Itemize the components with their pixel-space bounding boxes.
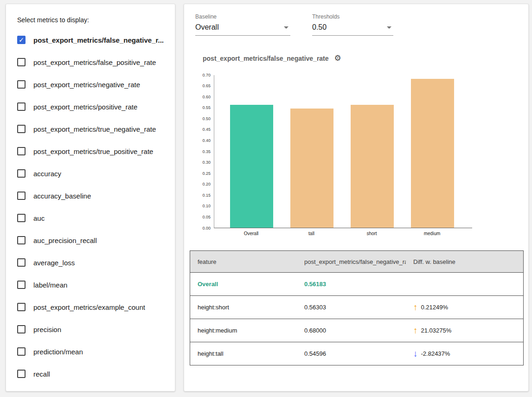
metric-label: post_export_metrics/negative_rate xyxy=(33,81,140,89)
x-axis-label: short xyxy=(350,231,393,236)
metric-item-post-export-metrics-negative-rate[interactable]: post_export_metrics/negative_rate xyxy=(17,73,167,96)
y-axis: 0.000.050.100.150.200.250.300.350.400.45… xyxy=(195,75,213,228)
metric-label: post_export_metrics/positive_rate xyxy=(33,103,137,111)
feature-cell: height:tall xyxy=(190,350,297,357)
feature-cell: height:medium xyxy=(190,327,297,334)
metric-item-auc-precision-recall[interactable]: auc_precision_recall xyxy=(17,229,167,251)
metric-label: accuracy_baseline xyxy=(33,192,91,200)
thresholds-label: Thresholds xyxy=(312,13,393,20)
bar-overall[interactable] xyxy=(230,105,273,228)
thresholds-select[interactable]: Thresholds 0.50 xyxy=(312,13,393,36)
checkbox-unchecked[interactable] xyxy=(17,102,26,111)
bar-medium[interactable] xyxy=(411,79,454,228)
bar-tall[interactable] xyxy=(290,109,333,228)
metric-label: prediction/mean xyxy=(33,348,83,356)
checkbox-unchecked[interactable] xyxy=(17,214,26,222)
checkbox-unchecked[interactable] xyxy=(17,192,26,200)
metric-item-prediction-mean[interactable]: prediction/mean xyxy=(17,340,167,363)
chevron-down-icon xyxy=(284,26,288,29)
metric-item-post-export-metrics-true-positive-rate[interactable]: post_export_metrics/true_positive_rate xyxy=(17,140,167,162)
checkbox-unchecked[interactable] xyxy=(17,370,26,378)
baseline-value-row[interactable]: Overall xyxy=(195,23,290,36)
metric-item-accuracy[interactable]: accuracy xyxy=(17,162,167,185)
metric-label: post_export_metrics/example_count xyxy=(33,303,145,311)
table-row-height-short[interactable]: height:short0.56303↑0.21249% xyxy=(190,295,523,319)
checkbox-unchecked[interactable] xyxy=(17,80,26,89)
metric-label: auc_precision_recall xyxy=(33,237,97,244)
checkbox-unchecked[interactable] xyxy=(17,147,26,155)
y-tick-label: 0.30 xyxy=(202,160,211,165)
metric-label: post_export_metrics/false_negative_r... xyxy=(33,36,164,44)
checkbox-unchecked[interactable] xyxy=(17,258,26,267)
check-icon: ✓ xyxy=(19,37,24,43)
up-arrow-icon: ↑ xyxy=(413,326,418,335)
y-tick-label: 0.00 xyxy=(202,226,211,231)
table-row-height-tall[interactable]: height:tall0.54596↓-2.82437% xyxy=(190,342,523,365)
diff-value: 21.03275% xyxy=(421,327,452,334)
thresholds-value: 0.50 xyxy=(312,23,327,32)
metric-value-cell: 0.56183 xyxy=(297,281,406,288)
table-row-overall[interactable]: Overall0.56183 xyxy=(190,272,523,295)
y-tick-label: 0.55 xyxy=(202,106,211,110)
checkbox-unchecked[interactable] xyxy=(17,169,26,178)
feature-cell: Overall xyxy=(190,281,297,288)
baseline-value: Overall xyxy=(195,23,219,32)
diff-value: 0.21249% xyxy=(421,304,449,311)
y-tick-label: 0.40 xyxy=(202,139,211,143)
baseline-select[interactable]: Baseline Overall xyxy=(195,13,290,36)
checkbox-unchecked[interactable] xyxy=(17,236,26,244)
metric-item-post-export-metrics-false-positive-rate[interactable]: post_export_metrics/false_positive_rate xyxy=(17,51,167,73)
metric-label: average_loss xyxy=(33,259,75,267)
metric-item-post-export-metrics-positive-rate[interactable]: post_export_metrics/positive_rate xyxy=(17,96,167,118)
metrics-table: featurepost_export_metrics/false_negativ… xyxy=(190,250,524,365)
metric-label: precision xyxy=(33,326,61,333)
metric-label: accuracy xyxy=(33,170,61,178)
diff-cell: ↓-2.82437% xyxy=(406,349,523,358)
metric-item-precision[interactable]: precision xyxy=(17,318,167,340)
diff-cell: ↑0.21249% xyxy=(406,303,523,312)
y-tick-label: 0.10 xyxy=(202,204,211,208)
up-arrow-icon: ↑ xyxy=(413,303,418,312)
checkbox-unchecked[interactable] xyxy=(17,125,26,133)
y-tick-label: 0.15 xyxy=(202,193,211,198)
diff-value: -2.82437% xyxy=(421,350,450,357)
y-tick-label: 0.60 xyxy=(202,95,211,99)
metric-item-auc[interactable]: auc xyxy=(17,207,167,229)
chart-title: post_export_metrics/false_negative_rate xyxy=(203,55,329,62)
feature-cell: height:short xyxy=(190,304,297,311)
metric-list: ✓post_export_metrics/false_negative_r...… xyxy=(17,29,167,385)
metric-item-recall[interactable]: recall xyxy=(17,363,167,385)
metric-label: post_export_metrics/true_positive_rate xyxy=(33,147,153,155)
checkbox-unchecked[interactable] xyxy=(17,325,26,333)
metric-label: auc xyxy=(33,214,45,222)
analysis-panel: Baseline Overall Thresholds 0.50 post_ex… xyxy=(184,4,529,391)
metric-item-post-export-metrics-example-count[interactable]: post_export_metrics/example_count xyxy=(17,296,167,318)
checkbox-unchecked[interactable] xyxy=(17,303,26,311)
metric-item-accuracy-baseline[interactable]: accuracy_baseline xyxy=(17,185,167,207)
bar-short[interactable] xyxy=(351,105,394,228)
bar-chart: 0.000.050.100.150.200.250.300.350.400.45… xyxy=(195,75,517,240)
table-header-cell: Diff. w. baseline xyxy=(406,258,523,265)
y-tick-label: 0.50 xyxy=(202,117,211,121)
y-tick-label: 0.65 xyxy=(202,84,211,88)
controls-row: Baseline Overall Thresholds 0.50 xyxy=(195,13,517,36)
diff-cell: ↑21.03275% xyxy=(406,326,523,335)
down-arrow-icon: ↓ xyxy=(413,349,418,358)
metric-label: post_export_metrics/false_positive_rate xyxy=(33,58,156,66)
y-tick-label: 0.05 xyxy=(202,215,211,219)
y-tick-label: 0.45 xyxy=(202,128,211,132)
metric-item-post-export-metrics-false-negative-r[interactable]: ✓post_export_metrics/false_negative_r... xyxy=(17,29,167,51)
gear-icon[interactable]: ⚙ xyxy=(334,54,341,62)
metric-item-label-mean[interactable]: label/mean xyxy=(17,274,167,296)
metric-item-post-export-metrics-true-negative-rate[interactable]: post_export_metrics/true_negative_rate xyxy=(17,118,167,140)
checkbox-unchecked[interactable] xyxy=(17,58,26,66)
checkbox-unchecked[interactable] xyxy=(17,347,26,356)
table-row-height-medium[interactable]: height:medium0.68000↑21.03275% xyxy=(190,319,523,342)
metric-item-average-loss[interactable]: average_loss xyxy=(17,251,167,274)
checkbox-checked[interactable]: ✓ xyxy=(17,36,26,44)
thresholds-value-row[interactable]: 0.50 xyxy=(312,23,393,36)
checkbox-unchecked[interactable] xyxy=(17,281,26,289)
metrics-panel-title: Select metrics to display: xyxy=(17,16,167,24)
table-header-cell: feature xyxy=(190,258,297,265)
y-tick-label: 0.25 xyxy=(202,172,211,176)
